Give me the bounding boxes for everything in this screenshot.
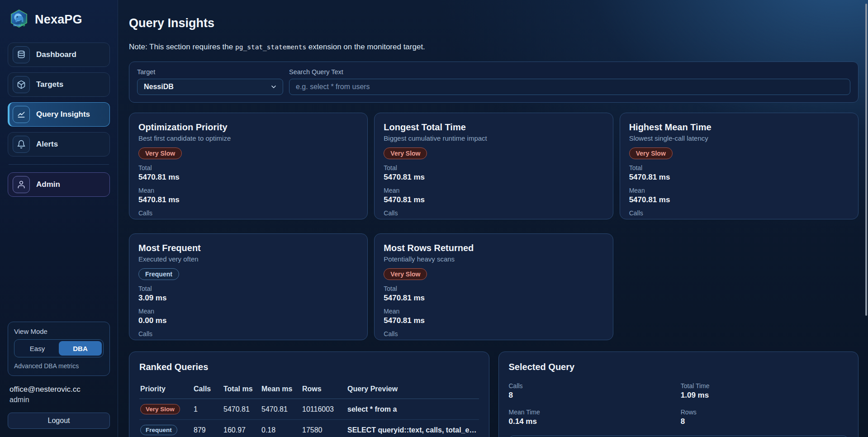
stat-value: 1.09 ms xyxy=(681,391,848,400)
stat-value: 8 xyxy=(509,391,676,400)
page-note: Note: This section requires the pg_stat_… xyxy=(129,43,859,52)
severity-badge: Frequent xyxy=(138,268,179,280)
nexapg-logo-icon: Nexa PG xyxy=(9,9,29,30)
card-subtitle: Potentially heavy scans xyxy=(384,255,603,263)
bottom-panels: Ranked Queries Priority Calls Total ms M… xyxy=(129,352,859,437)
metric-value: 5470.81 ms xyxy=(629,195,849,204)
metric-label: Mean xyxy=(138,187,358,194)
sidebar-item-dashboard[interactable]: Dashboard xyxy=(8,43,110,67)
severity-badge: Very Slow xyxy=(138,147,182,159)
metric-value: 5470.81 ms xyxy=(384,294,603,303)
chevron-down-icon xyxy=(270,83,277,90)
cube-icon xyxy=(13,76,30,93)
metric-value: 0.00 ms xyxy=(138,316,358,325)
sidebar-spacer xyxy=(8,197,110,322)
target-select[interactable]: NessiDB xyxy=(137,79,283,95)
stat-label: Total Time xyxy=(681,382,848,390)
sidebar-item-label: Targets xyxy=(36,80,63,89)
metric-label: Total xyxy=(629,164,849,171)
metric-label: Mean xyxy=(384,308,603,315)
cell-query-preview: select * from a xyxy=(347,405,478,413)
sidebar-item-admin[interactable]: Admin xyxy=(8,172,110,197)
sidebar-item-alerts[interactable]: Alerts xyxy=(8,132,110,157)
stat-calls: Calls 8 xyxy=(509,382,676,400)
sidebar-item-label: Dashboard xyxy=(36,50,76,59)
main-content: Query Insights Note: This section requir… xyxy=(118,0,868,437)
selected-query-stats: Calls 8 Total Time 1.09 ms Mean Time 0.1… xyxy=(509,382,849,426)
query-search-input[interactable] xyxy=(289,79,850,95)
logout-button[interactable]: Logout xyxy=(8,413,110,429)
search-label: Search Query Text xyxy=(289,68,850,76)
metric-label: Mean xyxy=(629,187,849,194)
svg-text:PG: PG xyxy=(21,24,25,27)
severity-badge: Very Slow xyxy=(384,268,427,280)
metric-label: Mean xyxy=(138,308,358,315)
cell-mean-ms: 5470.81 xyxy=(261,405,297,413)
cell-calls: 1 xyxy=(194,405,218,413)
sidebar-item-query-insights[interactable]: Query Insights xyxy=(8,102,110,127)
note-suffix: extension on the monitored target. xyxy=(306,43,425,51)
metric-value: 886 xyxy=(138,339,358,340)
stat-value: 0.14 ms xyxy=(509,417,676,426)
metric-value: 5470.81 ms xyxy=(629,173,849,182)
view-mode-label: View Mode xyxy=(14,328,104,335)
card-title: Highest Mean Time xyxy=(629,122,849,133)
stat-label: Rows xyxy=(681,408,848,416)
metric-value: 5470.81 ms xyxy=(138,195,358,204)
cell-query-preview: SELECT queryid::text, calls, total_exec_… xyxy=(347,426,478,434)
table-header-row: Priority Calls Total ms Mean ms Rows Que… xyxy=(139,382,479,399)
ranked-queries-title: Ranked Queries xyxy=(139,362,479,372)
stat-label: Calls xyxy=(509,382,676,390)
column-header-priority: Priority xyxy=(140,385,188,393)
filter-panel: Target NessiDB Search Query Text xyxy=(129,62,859,103)
metric-value: 1 xyxy=(384,218,603,219)
stat-label: Mean Time xyxy=(509,408,676,416)
target-field: Target NessiDB xyxy=(137,68,283,95)
metric-value: 5470.81 ms xyxy=(138,173,358,182)
database-icon xyxy=(13,46,30,63)
card-optimization-priority: Optimization Priority Best first candida… xyxy=(129,113,368,219)
stat-total-time: Total Time 1.09 ms xyxy=(681,382,848,400)
scrollbar-thumb[interactable] xyxy=(865,4,867,316)
card-most-frequent: Most Frequent Executed very often Freque… xyxy=(129,233,368,340)
card-title: Most Rows Returned xyxy=(384,243,603,253)
trend-chart-icon xyxy=(13,106,30,123)
stat-mean-time: Mean Time 0.14 ms xyxy=(509,408,676,426)
sidebar-item-label: Admin xyxy=(36,180,60,189)
severity-badge: Frequent xyxy=(140,425,177,435)
metric-label: Mean xyxy=(384,187,603,194)
cell-total-ms: 160.97 xyxy=(223,426,256,434)
note-extension-code: pg_stat_statements xyxy=(235,43,306,51)
column-header-total-ms: Total ms xyxy=(223,385,256,393)
severity-badge: Very Slow xyxy=(629,147,673,159)
target-select-value: NessiDB xyxy=(144,83,174,91)
cell-rows: 10116003 xyxy=(302,405,342,413)
severity-badge: Very Slow xyxy=(140,404,180,414)
card-subtitle: Slowest single-call latency xyxy=(629,134,849,142)
ranked-queries-panel: Ranked Queries Priority Calls Total ms M… xyxy=(129,352,489,437)
metric-value: 1 xyxy=(138,218,358,219)
metric-label: Total xyxy=(384,285,603,292)
metric-label: Total xyxy=(138,285,358,292)
app-title: NexaPG xyxy=(35,13,82,27)
metric-label: Total xyxy=(138,164,358,171)
view-mode-panel: View Mode Easy DBA Advanced DBA metrics xyxy=(8,322,110,376)
table-row[interactable]: Frequent 879 160.97 0.18 17580 SELECT qu… xyxy=(139,420,479,437)
user-icon xyxy=(13,176,30,193)
sidebar-item-targets[interactable]: Targets xyxy=(8,72,110,97)
table-row[interactable]: Very Slow 1 5470.81 5470.81 10116003 sel… xyxy=(139,399,479,420)
view-mode-toggle: Easy DBA xyxy=(14,339,104,357)
view-mode-easy-button[interactable]: Easy xyxy=(16,341,59,356)
severity-badge: Very Slow xyxy=(384,147,427,159)
card-title: Longest Total Time xyxy=(384,122,603,133)
metric-value: 5470.81 ms xyxy=(384,173,603,182)
metric-value: 1 xyxy=(384,339,603,340)
card-title: Optimization Priority xyxy=(138,122,358,133)
metric-value: 5470.81 ms xyxy=(384,316,603,325)
metric-label: Total xyxy=(384,164,603,171)
svg-text:Nexa: Nexa xyxy=(14,24,21,27)
insight-cards: Optimization Priority Best first candida… xyxy=(129,113,859,340)
sidebar-item-label: Query Insights xyxy=(36,110,90,119)
view-mode-dba-button[interactable]: DBA xyxy=(59,341,102,356)
page-title: Query Insights xyxy=(129,16,859,30)
